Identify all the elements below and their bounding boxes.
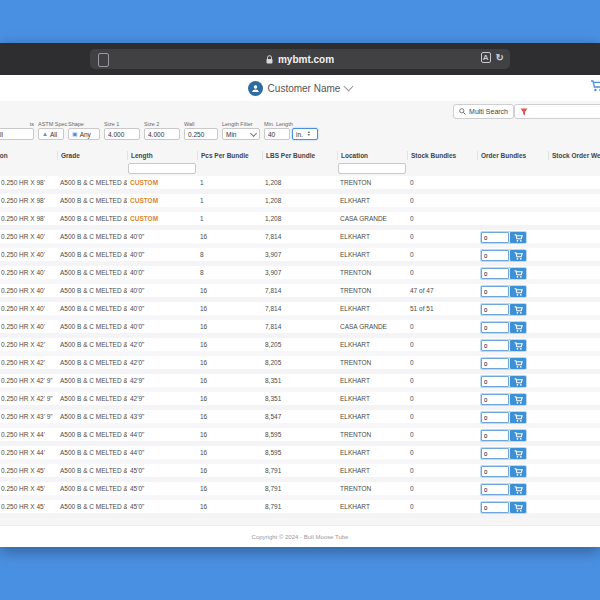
min-length-input[interactable]: 40 (264, 128, 290, 140)
filter-length-select[interactable]: Min (222, 128, 260, 140)
add-to-cart-button[interactable] (510, 430, 526, 441)
order-bundle-control (480, 339, 527, 352)
col-order-bundles[interactable]: Order Bundles (477, 151, 548, 160)
translate-icon[interactable]: A (481, 52, 491, 63)
filter-astm-select[interactable]: ▲ All (38, 128, 64, 140)
cell-pcs-per-bundle: 16 (197, 356, 262, 369)
order-bundle-control (480, 285, 527, 298)
table-row: 0.250 HR X 40' A500 B & C MELTED & MFG U… (0, 230, 600, 248)
cart-icon[interactable] (590, 80, 600, 92)
col-length[interactable]: Length (127, 151, 197, 160)
cell-grade: A500 B & C MELTED & MFG USA (57, 356, 127, 369)
add-to-cart-button[interactable] (510, 394, 526, 405)
cell-stock-order-weight (548, 482, 600, 495)
add-to-cart-button[interactable] (510, 268, 526, 279)
order-quantity-input[interactable] (481, 466, 509, 477)
filter-size1-input[interactable]: 4.000 (104, 128, 140, 140)
cell-lbs-per-bundle: 8,547 (262, 410, 337, 423)
triangle-icon: ▲ (42, 131, 48, 137)
col-description[interactable]: Description (0, 151, 57, 160)
order-quantity-input[interactable] (481, 286, 509, 297)
table-row: 0.250 HR X 45' A500 B & C MELTED & MFG U… (0, 464, 600, 482)
col-location[interactable]: Location (337, 151, 407, 160)
add-to-cart-button[interactable] (510, 340, 526, 351)
cell-location: ELKHART (337, 446, 407, 459)
url-bar[interactable]: mybmt.com A ↻ (90, 49, 510, 69)
table-row: 0.250 HR X 98' A500 B & C MELTED & MFG U… (0, 194, 600, 212)
order-quantity-input[interactable] (481, 484, 509, 495)
order-bundle-control (480, 249, 527, 262)
cell-length: 43'9" (127, 410, 197, 423)
col-grade[interactable]: Grade (57, 151, 127, 160)
filter-button[interactable] (514, 104, 600, 119)
col-lbs-per-bundle[interactable]: LBS Per Bundle (262, 151, 337, 160)
order-quantity-input[interactable] (481, 250, 509, 261)
add-to-cart-button[interactable] (510, 322, 526, 333)
page-content: Multi Search ts ● All ASTM Spec ▲ All (0, 101, 600, 547)
cell-stock-bundles: 0 (407, 374, 477, 387)
add-to-cart-button[interactable] (510, 412, 526, 423)
length-column-filter-input[interactable] (128, 163, 196, 174)
order-quantity-input[interactable] (481, 268, 509, 279)
cell-description: 0.250 HR X 45' (0, 500, 57, 513)
order-quantity-input[interactable] (481, 340, 509, 351)
unit-spinner[interactable]: in. ▲▼ (292, 128, 318, 140)
cell-pcs-per-bundle: 16 (197, 500, 262, 513)
customer-menu[interactable]: Customer Name (0, 75, 600, 101)
add-to-cart-button[interactable] (510, 466, 526, 477)
order-quantity-input[interactable] (481, 394, 509, 405)
add-to-cart-button[interactable] (510, 232, 526, 243)
url-text[interactable]: mybmt.com (278, 54, 334, 65)
order-quantity-input[interactable] (481, 322, 509, 333)
multi-search-button[interactable]: Multi Search (453, 104, 514, 119)
table-row: 0.250 HR X 98' A500 B & C MELTED & MFG U… (0, 212, 600, 230)
cell-grade: A500 B & C MELTED & MFG USA (57, 464, 127, 477)
col-pcs-per-bundle[interactable]: Pcs Per Bundle (197, 151, 262, 160)
cell-lbs-per-bundle: 8,791 (262, 500, 337, 513)
location-column-filter-input[interactable] (338, 163, 406, 174)
table-row: 0.250 HR X 45' A500 B & C MELTED & MFG U… (0, 482, 600, 500)
add-to-cart-button[interactable] (510, 358, 526, 369)
cell-pcs-per-bundle: 16 (197, 464, 262, 477)
order-quantity-input[interactable] (481, 502, 509, 513)
order-quantity-input[interactable] (481, 376, 509, 387)
order-quantity-input[interactable] (481, 430, 509, 441)
cell-stock-order-weight (548, 194, 600, 207)
filter-shape-select[interactable]: ▣ Any (68, 128, 100, 140)
order-quantity-input[interactable] (481, 304, 509, 315)
add-to-cart-button[interactable] (510, 376, 526, 387)
cart-icon (514, 432, 523, 440)
extension-icon[interactable] (98, 53, 109, 67)
add-to-cart-button[interactable] (510, 304, 526, 315)
col-stock-order-weight[interactable]: Stock Order Weight (548, 151, 600, 160)
order-quantity-input[interactable] (481, 448, 509, 459)
order-quantity-input[interactable] (481, 412, 509, 423)
reload-icon[interactable]: ↻ (496, 52, 504, 63)
order-bundle-control (480, 447, 527, 460)
order-quantity-input[interactable] (481, 358, 509, 369)
cell-order-bundles (477, 338, 548, 351)
filter-size2-input[interactable]: 4.000 (144, 128, 180, 140)
add-to-cart-button[interactable] (510, 250, 526, 261)
add-to-cart-button[interactable] (510, 286, 526, 297)
cell-order-bundles (477, 302, 548, 315)
cell-location: ELKHART (337, 500, 407, 513)
cell-order-bundles (477, 410, 548, 423)
add-to-cart-button[interactable] (510, 448, 526, 459)
order-quantity-input[interactable] (481, 232, 509, 243)
filter-wall-input[interactable]: 0.250 (184, 128, 218, 140)
col-stock-bundles[interactable]: Stock Bundles (407, 151, 477, 160)
cell-length: 42'0" (127, 338, 197, 351)
cell-description: 0.250 HR X 42' (0, 338, 57, 351)
cell-stock-bundles: 0 (407, 428, 477, 441)
filter-shape: Shape ▣ Any (68, 121, 100, 140)
cell-grade: A500 B & C MELTED & MFG USA (57, 392, 127, 405)
add-to-cart-button[interactable] (510, 502, 526, 513)
cell-order-bundles (477, 446, 548, 459)
add-to-cart-button[interactable] (510, 484, 526, 495)
page-footer: Copyright © 2024 - Bull Moose Tube (0, 525, 600, 547)
spinner-arrows-icon[interactable]: ▲▼ (307, 131, 310, 137)
cell-lbs-per-bundle: 8,791 (262, 464, 337, 477)
filter-mults-select[interactable]: ● All (0, 128, 34, 140)
cell-order-bundles (477, 500, 548, 513)
